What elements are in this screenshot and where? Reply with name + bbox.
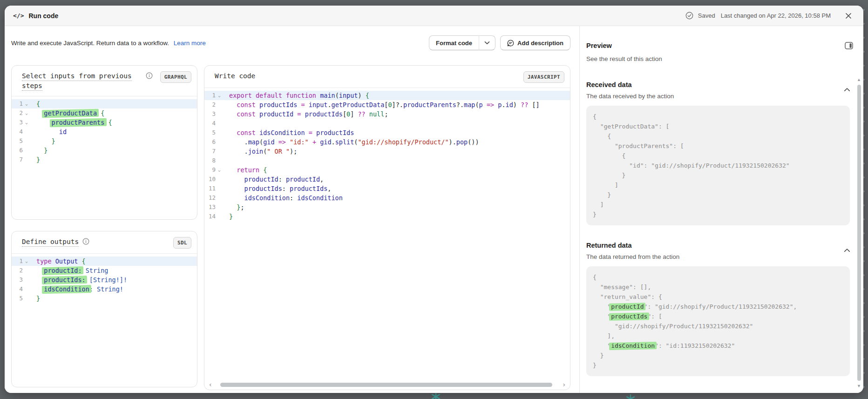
- collapse-panel-icon[interactable]: [845, 42, 853, 49]
- code-line[interactable]: 4 idsCondition: String!: [12, 284, 197, 294]
- line-number: 7: [204, 147, 216, 156]
- code-line[interactable]: 3 const productId = productIds[0] ?? nul…: [204, 109, 570, 119]
- fold-chevron-icon[interactable]: ⌄: [23, 118, 30, 127]
- code-line[interactable]: 5 }: [12, 136, 197, 146]
- code-line[interactable]: 3⌄ productParents {: [12, 118, 197, 127]
- horizontal-scrollbar-thumb[interactable]: [220, 383, 552, 387]
- select-inputs-panel: Select inputs from previous steps GRAPHQ…: [11, 65, 197, 220]
- fold-spacer: [23, 275, 30, 284]
- javascript-editor[interactable]: 1⌄export default function main(input) {2…: [204, 88, 570, 221]
- code-token: idsCondition: [244, 194, 290, 202]
- scroll-down-icon[interactable]: ▼: [857, 384, 861, 388]
- scroll-up-icon[interactable]: ▲: [857, 77, 861, 82]
- scroll-right-icon[interactable]: ›: [563, 381, 565, 388]
- code-line[interactable]: 13 };: [204, 203, 570, 212]
- code-token: :: [278, 176, 286, 183]
- fold-chevron-icon[interactable]: ⌄: [23, 108, 30, 118]
- horizontal-scrollbar[interactable]: ‹ ›: [208, 382, 566, 388]
- code-token: productIds: [244, 185, 282, 192]
- line-number: 4: [12, 127, 23, 136]
- fold-spacer: [216, 109, 223, 119]
- code-line[interactable]: 4 id: [12, 127, 197, 136]
- code-line[interactable]: 1⌄export default function main(input) {: [204, 91, 570, 100]
- code-line[interactable]: 4: [204, 119, 570, 128]
- code-token: }: [36, 147, 47, 154]
- code-line[interactable]: 9⌄ return {: [204, 165, 570, 175]
- line-number: 4: [204, 119, 216, 128]
- code-token: [256, 110, 259, 118]
- json-line: }: [593, 360, 843, 370]
- code-line[interactable]: 11 productIds: productIds,: [204, 184, 570, 193]
- code-line[interactable]: 1⌄type Output {: [12, 257, 197, 266]
- code-line[interactable]: 3 productIds: [String!]!: [12, 275, 197, 284]
- code-token: {: [593, 152, 625, 159]
- scroll-left-icon[interactable]: ‹: [209, 381, 212, 388]
- info-icon[interactable]: [82, 238, 89, 245]
- received-data-section: Received data The data received by the a…: [586, 81, 853, 225]
- collapse-returned-button[interactable]: [841, 245, 853, 255]
- modal-header: </> Run code Saved Last changed on Apr 2…: [5, 6, 863, 26]
- outputs-panel-title[interactable]: Define outputs: [22, 237, 79, 247]
- code-token: id: [506, 101, 513, 108]
- code-token: {: [78, 257, 85, 265]
- code-token: idsCondition: [259, 129, 305, 136]
- workflow-node-icon: [626, 394, 635, 399]
- collapse-received-button[interactable]: [841, 85, 853, 95]
- json-line: "getProductData": [: [593, 122, 843, 131]
- format-code-button[interactable]: Format code: [429, 35, 479, 50]
- line-number: 1: [12, 257, 23, 266]
- fold-spacer: [216, 156, 223, 165]
- code-line[interactable]: 12 idsCondition: idsCondition: [204, 193, 570, 203]
- fold-chevron-icon[interactable]: ⌄: [23, 99, 30, 108]
- code-line[interactable]: 2 productId: String: [12, 266, 197, 275]
- fold-spacer: [23, 127, 30, 136]
- line-number: 13: [204, 203, 216, 212]
- sdl-editor[interactable]: 1⌄type Output {2 productId: String3 prod…: [12, 254, 197, 303]
- code-line[interactable]: 14}: [204, 212, 570, 221]
- code-line[interactable]: 2 const productIds = input.getProductDat…: [204, 100, 570, 109]
- code-line[interactable]: 6 }: [12, 146, 197, 155]
- vertical-scrollbar-thumb[interactable]: [857, 85, 861, 381]
- code-token: }: [593, 352, 604, 359]
- received-data-title: Received data: [586, 81, 674, 88]
- fold-spacer: [23, 136, 30, 146]
- code-line[interactable]: 2⌄ getProductData {: [12, 108, 197, 118]
- format-code-menu-button[interactable]: [479, 35, 495, 50]
- modal-title: Run code: [28, 12, 58, 20]
- code-line[interactable]: 6 .map(gid => "id:" + gid.split("gid://s…: [204, 137, 570, 147]
- code-line[interactable]: 1⌄{: [12, 99, 197, 108]
- code-token: productIds: [305, 110, 343, 118]
- code-token: ??: [358, 110, 365, 118]
- add-description-button[interactable]: Add description: [500, 35, 570, 50]
- line-number: 7: [12, 155, 23, 164]
- json-line: "message": [],: [593, 282, 843, 292]
- code-line[interactable]: 7}: [12, 155, 197, 164]
- code-line[interactable]: 5}: [12, 294, 197, 303]
- inputs-panel-title[interactable]: Select inputs from previous steps: [22, 71, 142, 91]
- code-token: {: [36, 100, 40, 108]
- returned-data-subtitle: The data returned from the action: [586, 253, 679, 260]
- code-token: ;: [384, 110, 388, 118]
- code-token: 0: [346, 110, 350, 118]
- code-panel-title: Write code: [215, 71, 255, 81]
- code-token: ,: [320, 176, 324, 183]
- info-icon[interactable]: [146, 72, 153, 79]
- code-line[interactable]: 8: [204, 156, 570, 165]
- code-token: .: [332, 138, 335, 146]
- learn-more-link[interactable]: Learn more: [174, 40, 206, 47]
- code-line[interactable]: 10 productId: productId,: [204, 175, 570, 184]
- received-data-json: { "getProductData": [ { "productParents"…: [586, 106, 850, 225]
- code-line[interactable]: 5 const idsCondition = productIds: [204, 128, 570, 137]
- fold-chevron-icon[interactable]: ⌄: [23, 257, 30, 266]
- vertical-scrollbar[interactable]: ▲ ▼: [856, 33, 862, 388]
- fold-chevron-icon[interactable]: ⌄: [216, 91, 223, 100]
- close-button[interactable]: [842, 9, 855, 22]
- code-line[interactable]: 7 .join(" OR ");: [204, 147, 570, 156]
- code-token: [229, 176, 244, 183]
- code-token: {: [593, 274, 597, 281]
- code-token: }: [36, 295, 40, 302]
- code-token: ): [513, 101, 521, 108]
- graphql-editor[interactable]: 1⌄{2⌄ getProductData {3⌄ productParents …: [12, 96, 197, 164]
- line-number: 10: [204, 175, 216, 184]
- fold-chevron-icon[interactable]: ⌄: [216, 165, 223, 175]
